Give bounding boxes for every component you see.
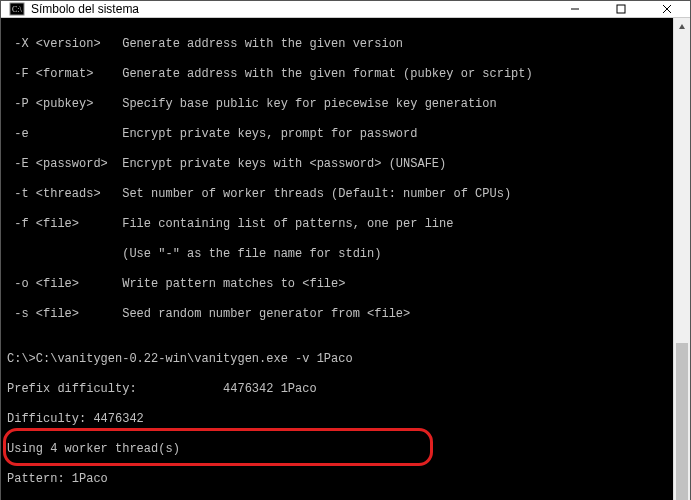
- terminal[interactable]: -X <version> Generate address with the g…: [1, 18, 673, 500]
- scroll-up-button[interactable]: [674, 18, 690, 35]
- scrollbar[interactable]: [673, 18, 690, 500]
- svg-text:C:\: C:\: [12, 5, 23, 14]
- scroll-track[interactable]: [674, 35, 690, 500]
- output-line: Difficulty: 4476342: [7, 412, 667, 427]
- app-icon: C:\: [9, 1, 25, 17]
- client-area: -X <version> Generate address with the g…: [1, 18, 690, 500]
- scroll-thumb[interactable]: [676, 343, 688, 500]
- maximize-button[interactable]: [598, 1, 644, 17]
- output-line: -o <file> Write pattern matches to <file…: [7, 277, 667, 292]
- output-line: -t <threads> Set number of worker thread…: [7, 187, 667, 202]
- output-line: -P <pubkey> Specify base public key for …: [7, 97, 667, 112]
- output-line: -X <version> Generate address with the g…: [7, 37, 667, 52]
- output-line: C:\>C:\vanitygen-0.22-win\vanitygen.exe …: [7, 352, 667, 367]
- output-line: -e Encrypt private keys, prompt for pass…: [7, 127, 667, 142]
- window: C:\ Símbolo del sistema -X <version> Gen…: [0, 0, 691, 500]
- window-title: Símbolo del sistema: [31, 2, 552, 16]
- output-line: -f <file> File containing list of patter…: [7, 217, 667, 232]
- close-button[interactable]: [644, 1, 690, 17]
- titlebar: C:\ Símbolo del sistema: [1, 1, 690, 18]
- minimize-button[interactable]: [552, 1, 598, 17]
- output-line: Using 4 worker thread(s): [7, 442, 667, 457]
- output-line: Pattern: 1Paco: [7, 472, 667, 487]
- output-line: -E <password> Encrypt private keys with …: [7, 157, 667, 172]
- svg-marker-6: [679, 24, 685, 29]
- window-buttons: [552, 1, 690, 17]
- svg-rect-3: [617, 5, 625, 13]
- output-line: (Use "-" as the file name for stdin): [7, 247, 667, 262]
- output-line: -F <format> Generate address with the gi…: [7, 67, 667, 82]
- output-line: Prefix difficulty: 4476342 1Paco: [7, 382, 667, 397]
- output-line: -s <file> Seed random number generator f…: [7, 307, 667, 322]
